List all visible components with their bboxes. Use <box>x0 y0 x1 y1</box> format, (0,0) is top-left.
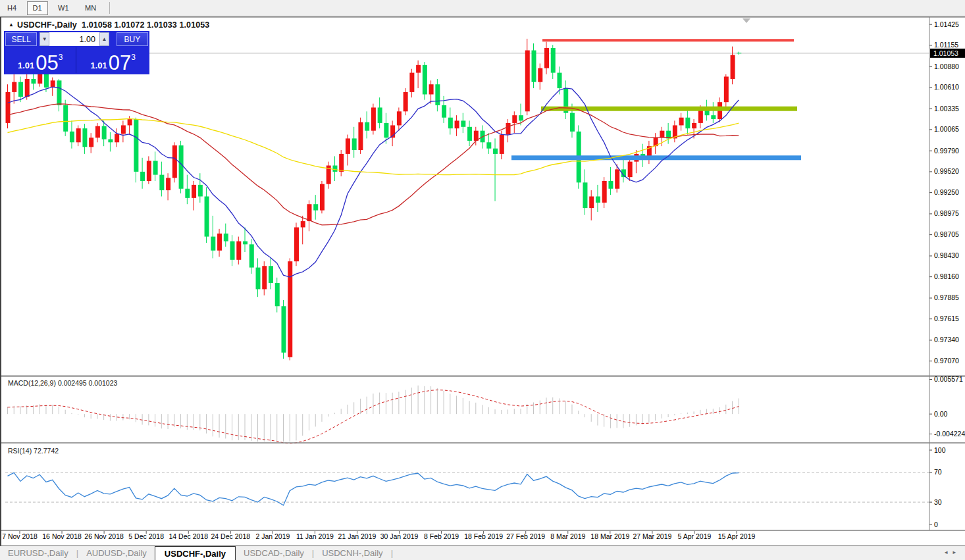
symbol-tab-bar: EURUSD-,Daily | AUDUSD-,Daily USDCHF-,Da… <box>0 546 965 560</box>
svg-text:21 Jan 2019: 21 Jan 2019 <box>338 532 377 540</box>
svg-text:1.00610: 1.00610 <box>934 83 959 91</box>
buy-price-prefix: 1.01 <box>91 61 107 70</box>
svg-text:0.99520: 0.99520 <box>934 167 959 175</box>
svg-text:0.98160: 0.98160 <box>934 272 959 280</box>
svg-text:16 Nov 2018: 16 Nov 2018 <box>42 532 82 540</box>
svg-text:30: 30 <box>934 498 942 506</box>
svg-text:0.97070: 0.97070 <box>934 357 959 365</box>
tab-eurusd-daily[interactable]: EURUSD-,Daily <box>0 546 76 560</box>
svg-text:1.00065: 1.00065 <box>934 125 959 133</box>
svg-text:24 Dec 2018: 24 Dec 2018 <box>211 532 251 540</box>
svg-text:1.01053: 1.01053 <box>933 49 958 57</box>
toolbar-divider <box>109 2 110 14</box>
shift-marker-icon <box>743 18 750 23</box>
one-click-trade-panel: SELL ▼ 1.00 ▲ BUY 1.01 05 3 1.01 07 3 <box>4 31 149 74</box>
timeframe-tab-w1[interactable]: W1 <box>52 1 75 15</box>
buy-price-digits: 07 <box>109 55 131 72</box>
tab-usdchf-daily[interactable]: USDCHF-,Daily <box>155 546 236 560</box>
tabs-scroll-left-icon[interactable]: ◂ <box>945 549 953 555</box>
sell-price-tile[interactable]: 1.01 05 3 <box>5 47 76 73</box>
svg-text:18 Feb 2019: 18 Feb 2019 <box>464 532 503 540</box>
svg-text:5 Dec 2018: 5 Dec 2018 <box>128 532 164 540</box>
buy-button[interactable]: BUY <box>117 32 148 46</box>
macd-values: 0.002495 0.001023 <box>58 379 118 387</box>
chart-symbol-label: USDCHF-,Daily <box>17 20 77 30</box>
volume-input[interactable]: 1.00 <box>49 32 99 46</box>
collapse-panel-icon[interactable]: ▲ <box>9 22 14 28</box>
svg-text:11 Jan 2019: 11 Jan 2019 <box>296 532 334 540</box>
rsi-value: 72.7742 <box>34 447 59 455</box>
rsi-line <box>8 472 739 505</box>
tab-usdcad-daily[interactable]: USDCAD-,Daily <box>236 546 312 560</box>
date-axis: 7 Nov 201816 Nov 201826 Nov 20185 Dec 20… <box>2 531 755 540</box>
svg-text:7 Nov 2018: 7 Nov 2018 <box>2 532 38 540</box>
macd-indicator-label: MACD(12,26,9) 0.002495 0.001023 <box>8 379 117 387</box>
hline-support-lower[interactable] <box>511 155 801 160</box>
svg-text:0.97340: 0.97340 <box>934 336 959 344</box>
svg-text:0.98430: 0.98430 <box>934 251 959 259</box>
timeframe-toolbar: H4 D1 W1 MN <box>0 0 965 16</box>
buy-price-tile[interactable]: 1.01 07 3 <box>78 47 149 73</box>
tabs-scroll-right-icon[interactable]: ▸ <box>952 549 961 555</box>
svg-text:-0.004224: -0.004224 <box>934 430 965 438</box>
svg-text:27 Feb 2019: 27 Feb 2019 <box>506 532 545 540</box>
buy-price-pipette: 3 <box>131 53 136 61</box>
svg-text:0.98975: 0.98975 <box>934 209 959 217</box>
svg-text:0.99250: 0.99250 <box>934 188 959 196</box>
svg-text:2 Jan 2019: 2 Jan 2019 <box>255 532 290 540</box>
svg-text:8 Feb 2019: 8 Feb 2019 <box>424 532 459 540</box>
timeframe-tab-h4[interactable]: H4 <box>1 1 22 15</box>
svg-text:1.01155: 1.01155 <box>934 41 958 49</box>
timeframe-tab-mn[interactable]: MN <box>79 1 102 15</box>
svg-text:8 Mar 2019: 8 Mar 2019 <box>550 532 585 540</box>
svg-text:100: 100 <box>934 446 946 454</box>
sell-price-digits: 05 <box>36 55 58 72</box>
svg-text:1.01425: 1.01425 <box>934 20 959 28</box>
chart-ohlc-title: ▲USDCHF-,Daily 1.01058 1.01072 1.01033 1… <box>9 20 209 30</box>
svg-text:0: 0 <box>934 521 938 528</box>
sell-price-pipette: 3 <box>59 53 63 61</box>
sell-button[interactable]: SELL <box>5 32 37 46</box>
svg-text:27 Mar 2019: 27 Mar 2019 <box>633 532 671 540</box>
svg-text:0.005571: 0.005571 <box>934 375 963 383</box>
tab-audusd-daily[interactable]: AUDUSD-,Daily <box>78 546 155 560</box>
price-chart[interactable]: 1.014251.011551.008801.006101.003351.000… <box>0 0 965 560</box>
sell-price-prefix: 1.01 <box>18 61 34 70</box>
svg-text:0.97885: 0.97885 <box>934 293 959 301</box>
svg-text:5 Apr 2019: 5 Apr 2019 <box>678 532 712 540</box>
svg-text:0.99790: 0.99790 <box>934 147 959 155</box>
svg-text:70: 70 <box>934 468 942 476</box>
volume-increase-icon[interactable]: ▲ <box>99 32 109 46</box>
rsi-indicator-label: RSI(14) 72.7742 <box>8 447 59 455</box>
svg-text:26 Nov 2018: 26 Nov 2018 <box>84 532 124 540</box>
price-axis-labels: 1.014251.011551.008801.006101.003351.000… <box>929 20 959 365</box>
svg-text:18 Mar 2019: 18 Mar 2019 <box>590 532 629 540</box>
svg-text:1.00335: 1.00335 <box>934 105 959 113</box>
timeframe-tab-d1[interactable]: D1 <box>27 1 48 15</box>
svg-text:14 Dec 2018: 14 Dec 2018 <box>169 532 208 540</box>
svg-text:0.00: 0.00 <box>934 410 948 418</box>
macd-histogram <box>8 386 739 442</box>
svg-text:0.97615: 0.97615 <box>934 315 959 322</box>
svg-text:15 Apr 2019: 15 Apr 2019 <box>718 532 756 540</box>
tab-usdcnh-daily[interactable]: USDCNH-,Daily <box>314 546 390 560</box>
chart-ohlc-values: 1.01058 1.01072 1.01033 1.01053 <box>82 20 209 30</box>
svg-text:1.00880: 1.00880 <box>934 63 959 70</box>
hline-resistance-upper[interactable] <box>542 39 794 41</box>
svg-text:30 Jan 2019: 30 Jan 2019 <box>380 532 419 540</box>
volume-decrease-icon[interactable]: ▼ <box>39 32 49 46</box>
candles <box>6 39 742 361</box>
svg-text:0.98705: 0.98705 <box>934 230 959 238</box>
